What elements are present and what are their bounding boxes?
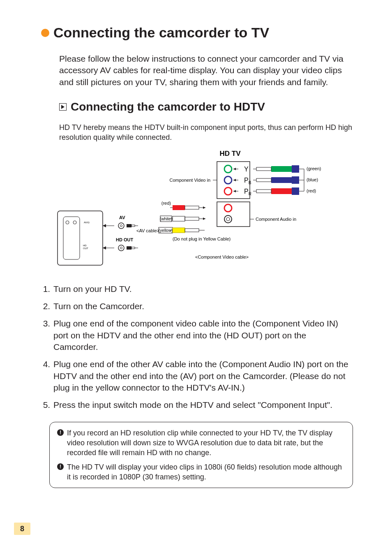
- svg-point-65: [120, 247, 122, 249]
- av-label: AV: [119, 215, 125, 220]
- svg-rect-44: [173, 228, 185, 233]
- svg-point-4: [224, 176, 232, 184]
- svg-rect-12: [271, 166, 292, 172]
- svg-rect-29: [217, 202, 250, 227]
- svg-rect-35: [185, 206, 199, 209]
- pb-label: PB: [244, 177, 251, 185]
- connection-diagram: HD TV Y PB PR (green) (blue) (red) Compo…: [41, 148, 353, 272]
- svg-rect-68: [127, 246, 131, 250]
- svg-rect-18: [292, 176, 299, 184]
- note-item: ! The HD TV will display your video clip…: [57, 462, 345, 482]
- section-heading: Connecting the camcorder to HDTV: [71, 100, 265, 113]
- av-cable-label: <AV cable>: [136, 228, 159, 233]
- hdtv-label: HD TV: [220, 150, 241, 157]
- svg-point-52: [66, 221, 69, 224]
- svg-point-5: [224, 187, 232, 195]
- step-item: Plug one end of the other AV cable into …: [53, 359, 353, 393]
- svg-marker-60: [103, 224, 106, 227]
- svg-point-30: [224, 204, 232, 212]
- section-intro: HD TV hereby means the HDTV built-in com…: [59, 123, 353, 143]
- svg-point-53: [73, 221, 76, 224]
- note-item: ! If you record an HD resolution clip wh…: [57, 428, 345, 458]
- step-item: Turn on the Camcorder.: [53, 301, 353, 312]
- no-yellow-label: (Do not plug in Yellow Cable): [173, 236, 231, 241]
- svg-text:HD: HD: [83, 244, 87, 247]
- svg-point-31: [224, 215, 232, 223]
- svg-rect-62: [131, 225, 135, 227]
- red-label: (red): [307, 188, 316, 193]
- green-label: (green): [307, 166, 321, 171]
- comp-cable-label: <Component Video cable>: [195, 255, 249, 259]
- svg-marker-9: [233, 179, 236, 181]
- page-title-row: Connecting the camcorder to TV: [41, 25, 353, 41]
- svg-point-58: [120, 224, 122, 227]
- av-port-icon: [103, 223, 138, 229]
- steps-list: Turn on your HD TV. Turn on the Camcorde…: [41, 283, 353, 411]
- section-heading-row: Connecting the camcorder to HDTV: [59, 100, 353, 113]
- plug-green: [253, 165, 304, 173]
- svg-point-64: [118, 245, 124, 251]
- svg-marker-1: [61, 105, 65, 109]
- alert-icon: !: [57, 429, 64, 436]
- svg-point-3: [224, 165, 232, 173]
- svg-rect-24: [256, 190, 271, 193]
- svg-rect-19: [256, 178, 271, 182]
- svg-point-57: [118, 223, 124, 229]
- intro-paragraph: Please follow the below instructions to …: [59, 53, 353, 88]
- svg-rect-39: [173, 216, 185, 221]
- svg-rect-40: [185, 217, 199, 220]
- svg-text:OUT: OUT: [83, 247, 88, 250]
- note-text: If you record an HD resolution clip whil…: [67, 428, 345, 458]
- svg-rect-50: [58, 211, 103, 265]
- svg-rect-14: [256, 167, 271, 171]
- step-item: Press the input switch mode on the HDTV …: [53, 399, 353, 411]
- svg-marker-37: [203, 206, 205, 209]
- page-number: 8: [14, 523, 30, 535]
- svg-marker-7: [233, 168, 236, 170]
- svg-rect-13: [292, 165, 299, 173]
- arrow-box-icon: [59, 103, 67, 111]
- svg-rect-69: [131, 247, 135, 249]
- svg-marker-11: [233, 190, 236, 192]
- blue-label: (blue): [307, 177, 318, 182]
- svg-rect-22: [271, 188, 292, 194]
- page-title: Connecting the camcorder to TV: [53, 25, 269, 41]
- svg-point-32: [226, 217, 230, 221]
- comp-video-in-label: Component Video in: [170, 178, 210, 183]
- svg-marker-42: [203, 217, 205, 220]
- plug-red-comp: [253, 187, 304, 195]
- bullet-icon: [41, 29, 49, 37]
- comp-audio-in-label: Component Audio in: [256, 217, 296, 222]
- svg-text:AV/Ω: AV/Ω: [84, 221, 90, 224]
- svg-rect-34: [173, 205, 185, 210]
- svg-rect-61: [127, 224, 131, 227]
- svg-rect-17: [271, 177, 292, 183]
- pr-label: PR: [244, 188, 251, 196]
- note-text: The HD TV will display your video clips …: [67, 462, 345, 482]
- plug-blue: [253, 176, 304, 184]
- step-item: Plug one end of the component video cabl…: [53, 318, 353, 353]
- y-label: Y: [244, 166, 249, 173]
- notes-box: ! If you record an HD resolution clip wh…: [49, 422, 353, 488]
- hdout-port-icon: [103, 245, 138, 251]
- alert-icon: !: [57, 463, 64, 470]
- svg-rect-23: [292, 187, 299, 195]
- red-av-label: (red): [161, 201, 171, 206]
- svg-marker-67: [103, 246, 106, 250]
- svg-rect-45: [185, 229, 199, 232]
- hdout-label: HD OUT: [116, 237, 133, 242]
- step-item: Turn on your HD TV.: [53, 283, 353, 295]
